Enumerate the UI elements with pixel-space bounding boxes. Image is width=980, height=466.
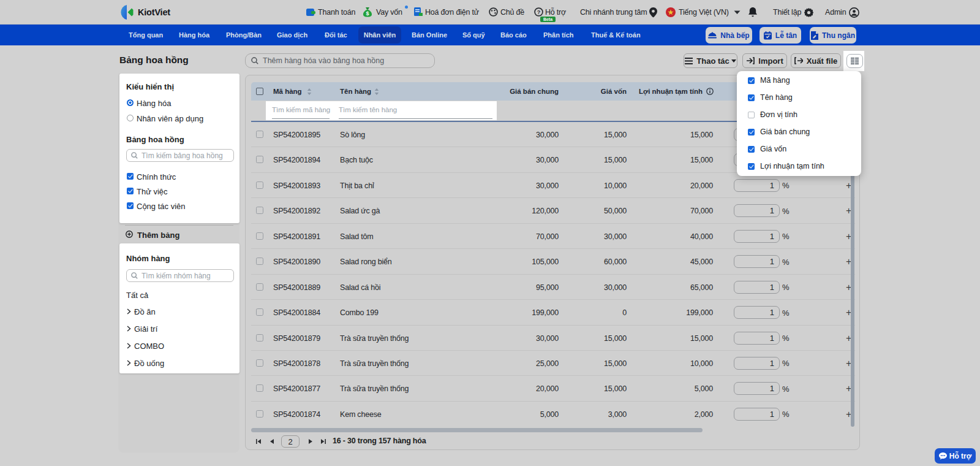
svg-text:$: $ xyxy=(366,10,369,17)
svg-text:?: ? xyxy=(537,9,541,15)
